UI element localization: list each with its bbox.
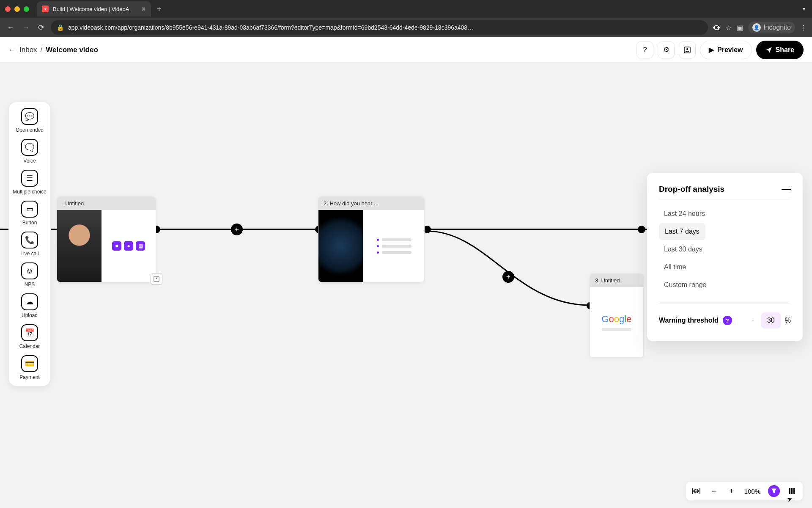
- help-icon[interactable]: ?: [723, 316, 732, 325]
- close-tab-icon[interactable]: ✕: [141, 6, 146, 12]
- reload-button[interactable]: ⟳: [36, 23, 47, 32]
- svg-rect-4: [789, 488, 790, 494]
- tool-upload[interactable]: ☁︎ Upload: [12, 293, 47, 318]
- text-icon: ▤: [136, 241, 145, 251]
- browser-tab[interactable]: ▾ Build | Welcome video | VideoA ✕: [37, 1, 151, 17]
- settings-button[interactable]: ⚙: [658, 41, 675, 58]
- svg-rect-5: [791, 488, 793, 494]
- search-bar-mock: [602, 328, 631, 331]
- range-7d[interactable]: Last 7 days: [659, 223, 705, 240]
- button-icon: ▭: [21, 201, 38, 218]
- fit-width-button[interactable]: [691, 488, 701, 494]
- add-step-button[interactable]: +: [502, 271, 514, 283]
- smile-icon: ☺: [21, 262, 38, 279]
- breadcrumb: ← Inbox / Welcome video: [8, 46, 98, 54]
- svg-rect-6: [793, 488, 795, 494]
- threshold-unit: %: [785, 317, 791, 324]
- chat-bubble-icon: 💬: [21, 108, 38, 125]
- range-all[interactable]: All time: [659, 259, 791, 276]
- incognito-icon: 👤: [752, 23, 761, 32]
- video-icon: ■: [112, 241, 121, 251]
- time-range-list: Last 24 hours Last 7 days Last 30 days A…: [659, 205, 791, 293]
- decrease-threshold-button[interactable]: -: [749, 316, 757, 326]
- tool-payment[interactable]: 💳 Payment: [12, 355, 47, 380]
- url-text: app.videoask.com/app/organizations/8b955…: [68, 24, 702, 31]
- cloud-upload-icon: ☁︎: [21, 293, 38, 310]
- range-custom[interactable]: Custom range: [659, 276, 791, 293]
- audio-icon: ●: [124, 241, 133, 251]
- kebab-menu-icon[interactable]: ⋮: [800, 24, 807, 32]
- tool-nps[interactable]: ☺ NPS: [12, 262, 47, 287]
- multiple-choice-preview: [382, 238, 411, 254]
- new-tab-button[interactable]: +: [157, 5, 162, 14]
- panel-title: Drop-off analysis: [659, 185, 724, 194]
- step-badge[interactable]: [151, 273, 162, 285]
- zoom-out-button[interactable]: −: [709, 487, 719, 496]
- close-window[interactable]: [5, 6, 11, 12]
- person-box-icon: [684, 47, 691, 53]
- tool-open-ended[interactable]: 💬 Open ended: [12, 108, 47, 133]
- help-button[interactable]: ?: [636, 41, 653, 58]
- breadcrumb-inbox[interactable]: Inbox: [19, 46, 37, 54]
- maximize-window[interactable]: [24, 6, 29, 12]
- incognito-badge[interactable]: 👤 Incognito: [748, 22, 795, 33]
- flow-input-port[interactable]: [638, 226, 645, 233]
- funnel-analysis-button[interactable]: [768, 485, 780, 497]
- threshold-value[interactable]: 30: [761, 312, 781, 329]
- preview-button[interactable]: ▶ Preview: [700, 41, 752, 59]
- tool-calendar[interactable]: 📅 Calendar: [12, 324, 47, 349]
- calendar-icon: 📅: [21, 324, 38, 341]
- play-icon: ▶: [709, 46, 714, 54]
- profile-icon: [154, 276, 159, 282]
- list-icon: ☰: [21, 170, 38, 187]
- range-24h[interactable]: Last 24 hours: [659, 205, 791, 222]
- phone-icon: 📞: [21, 232, 38, 248]
- minimize-panel-button[interactable]: —: [782, 184, 791, 195]
- profile-button[interactable]: [679, 41, 696, 58]
- back-button[interactable]: ←: [5, 23, 16, 32]
- zoom-level: 100%: [744, 488, 760, 495]
- google-logo: Google: [601, 314, 631, 325]
- flow-connector-curve: [427, 231, 617, 337]
- step-card-title: 3. Untitled: [590, 274, 643, 287]
- flow-canvas[interactable]: + + . Untitled ■ ● ▤ 2. How did you hear…: [0, 63, 812, 508]
- star-icon[interactable]: ☆: [726, 24, 732, 32]
- share-label: Share: [776, 46, 794, 54]
- back-arrow-icon[interactable]: ←: [8, 46, 15, 54]
- tab-bar: ▾ Build | Welcome video | VideoA ✕ + ▾: [0, 0, 812, 18]
- tool-voice[interactable]: 🗨️ Voice: [12, 139, 47, 164]
- forward-button[interactable]: →: [20, 23, 31, 32]
- minimize-window[interactable]: [14, 6, 20, 12]
- tool-live-call[interactable]: 📞 Live call: [12, 232, 47, 257]
- step-type-toolbox: 💬 Open ended 🗨️ Voice ☰ Multiple choice …: [8, 102, 51, 387]
- tool-button[interactable]: ▭ Button: [12, 201, 47, 226]
- eye-off-icon[interactable]: 👁️‍🗨️: [712, 24, 721, 32]
- step-card-3[interactable]: 3. Untitled Google: [590, 273, 644, 358]
- step-thumbnail: Google: [590, 287, 643, 357]
- tabs-menu-icon[interactable]: ▾: [803, 6, 805, 12]
- answer-type-icons: ■ ● ▤: [112, 241, 145, 251]
- divider: [659, 199, 791, 199]
- tab-title: Build | Welcome video | VideoA: [53, 6, 129, 12]
- panel-icon[interactable]: ▣: [737, 24, 743, 32]
- range-30d[interactable]: Last 30 days: [659, 241, 791, 258]
- window-controls[interactable]: [5, 6, 29, 12]
- add-step-button[interactable]: +: [231, 224, 243, 235]
- card-icon: 💳: [21, 355, 38, 372]
- favicon: ▾: [42, 6, 49, 12]
- nav-bar: ← → ⟳ 🔒 app.videoask.com/app/organizatio…: [0, 18, 812, 37]
- step-card-2[interactable]: 2. How did you hear ...: [318, 196, 425, 282]
- step-card-1[interactable]: . Untitled ■ ● ▤: [57, 196, 156, 282]
- svg-point-1: [686, 48, 688, 50]
- step-thumbnail: [318, 210, 363, 282]
- tool-multiple-choice[interactable]: ☰ Multiple choice: [12, 170, 47, 195]
- lock-icon: 🔒: [57, 24, 64, 31]
- layout-grid-button[interactable]: [787, 488, 798, 494]
- share-button[interactable]: Share: [756, 41, 804, 59]
- address-bar[interactable]: 🔒 app.videoask.com/app/organizations/8b9…: [51, 20, 708, 35]
- step-card-title: . Untitled: [57, 197, 156, 210]
- breadcrumb-separator: /: [41, 46, 43, 54]
- svg-point-3: [156, 278, 157, 279]
- incognito-label: Incognito: [763, 24, 791, 31]
- zoom-in-button[interactable]: +: [727, 487, 737, 496]
